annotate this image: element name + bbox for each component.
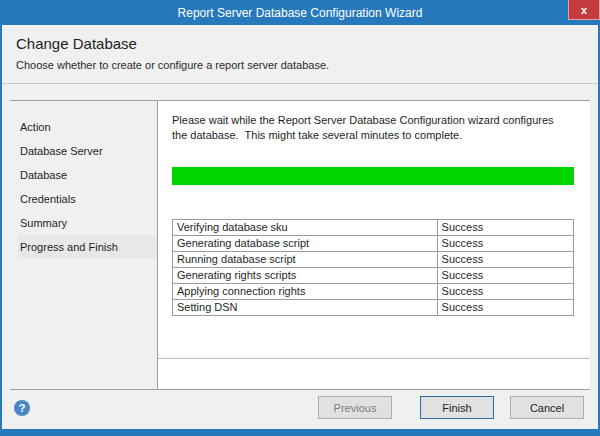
task-name-cell: Running database script xyxy=(173,251,438,267)
task-status-cell: Success xyxy=(437,235,573,251)
sidebar-item-progress-and-finish[interactable]: Progress and Finish xyxy=(18,235,157,259)
sidebar-item-database[interactable]: Database xyxy=(18,163,157,187)
content-area: Action Database Server Database Credenti… xyxy=(10,100,590,390)
sidebar-item-label: Credentials xyxy=(20,193,76,205)
progress-bar xyxy=(172,167,574,185)
task-status-cell: Success xyxy=(437,219,573,235)
task-name-cell: Applying connection rights xyxy=(173,283,438,299)
task-name-cell: Setting DSN xyxy=(173,299,438,315)
task-name-cell: Generating database script xyxy=(173,235,438,251)
finish-button[interactable]: Finish xyxy=(420,396,494,419)
table-row: Setting DSN Success xyxy=(173,299,574,315)
page-title: Change Database xyxy=(16,35,582,52)
sidebar-item-label: Progress and Finish xyxy=(20,241,118,253)
task-status-cell: Success xyxy=(437,267,573,283)
cancel-button[interactable]: Cancel xyxy=(510,396,584,419)
sidebar-item-label: Summary xyxy=(20,217,67,229)
task-name-cell: Verifying database sku xyxy=(173,219,438,235)
table-row: Generating rights scripts Success xyxy=(173,267,574,283)
task-status-table: Verifying database sku Success Generatin… xyxy=(172,219,574,316)
sidebar-item-database-server[interactable]: Database Server xyxy=(18,139,157,163)
table-row: Verifying database sku Success xyxy=(173,219,574,235)
title-bar: Report Server Database Configuration Wiz… xyxy=(2,0,598,25)
close-button[interactable]: x xyxy=(568,0,600,20)
task-status-cell: Success xyxy=(437,299,573,315)
main-panel: Please wait while the Report Server Data… xyxy=(158,101,590,389)
previous-button[interactable]: Previous xyxy=(318,396,392,419)
table-row: Generating database script Success xyxy=(173,235,574,251)
wizard-header: Change Database Choose whether to create… xyxy=(2,25,598,84)
task-status-cell: Success xyxy=(437,283,573,299)
sidebar-item-label: Database xyxy=(20,169,67,181)
sidebar-item-label: Action xyxy=(20,121,51,133)
sidebar-item-label: Database Server xyxy=(20,145,103,157)
help-icon-glyph: ? xyxy=(19,402,26,414)
task-name-cell: Generating rights scripts xyxy=(173,267,438,283)
task-status-cell: Success xyxy=(437,251,573,267)
table-row: Running database script Success xyxy=(173,251,574,267)
sidebar-item-credentials[interactable]: Credentials xyxy=(18,187,157,211)
table-row: Applying connection rights Success xyxy=(173,283,574,299)
footer-bar: ? Previous Finish Cancel xyxy=(2,390,598,429)
close-icon: x xyxy=(581,4,587,16)
sidebar-item-summary[interactable]: Summary xyxy=(18,211,157,235)
panel-divider xyxy=(158,358,590,359)
wizard-window: Report Server Database Configuration Wiz… xyxy=(0,0,600,436)
progress-bar-fill xyxy=(172,167,574,185)
footer-buttons: Previous Finish Cancel xyxy=(318,396,584,419)
step-sidebar: Action Database Server Database Credenti… xyxy=(10,101,158,389)
page-subtitle: Choose whether to create or configure a … xyxy=(16,59,582,71)
window-title: Report Server Database Configuration Wiz… xyxy=(178,6,423,20)
sidebar-item-action[interactable]: Action xyxy=(18,115,157,139)
help-icon[interactable]: ? xyxy=(14,400,30,416)
instruction-text: Please wait while the Report Server Data… xyxy=(172,113,578,143)
